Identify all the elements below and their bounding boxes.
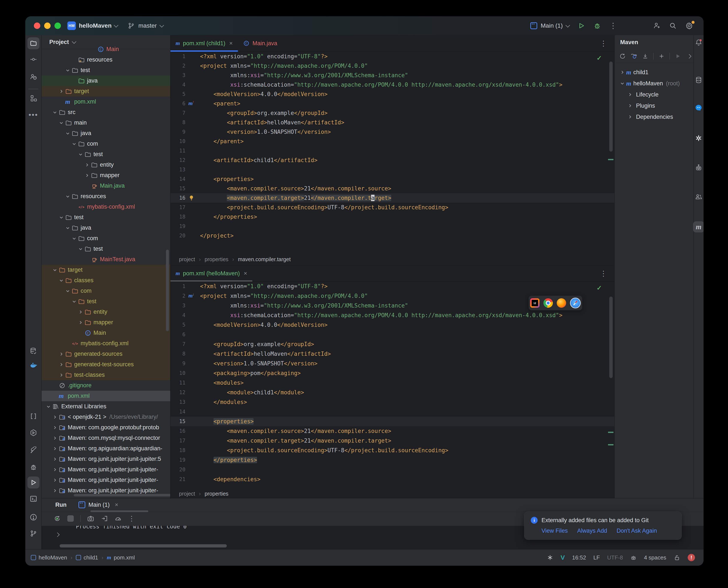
chevron-right-icon[interactable]	[77, 310, 84, 314]
docker-tool-button[interactable]	[29, 361, 38, 371]
project-tree-item-entity[interactable]: entity	[42, 160, 170, 170]
project-name-menu[interactable]: helloMaven	[79, 22, 111, 29]
project-tree-item-pom-xml[interactable]: mpom.xml	[42, 97, 170, 107]
terminal-tool-button[interactable]	[29, 495, 37, 504]
code-line-17[interactable]: 17 <project.build.sourceEncoding>UTF-8</…	[170, 203, 614, 212]
code-line-16[interactable]: 16 <maven.compiler.target>21</maven.comp…	[170, 193, 614, 203]
breadcrumb-item[interactable]: properties	[205, 491, 228, 497]
project-tree-item-mapper[interactable]: mapper	[42, 170, 170, 181]
thread-dump-icon[interactable]	[101, 515, 108, 522]
run-tool-button[interactable]	[27, 477, 39, 488]
code-line-10[interactable]: 10 <packaging>pom</packaging>	[170, 369, 614, 378]
maven-tree-item-lifecycle[interactable]: Lifecycle	[615, 89, 693, 100]
chevron-right-icon[interactable]	[51, 415, 59, 419]
commit-tool-button[interactable]	[30, 56, 37, 64]
breadcrumb-item[interactable]: project	[179, 256, 195, 262]
chevron-right-icon[interactable]	[58, 362, 65, 367]
debug-button[interactable]	[593, 22, 601, 29]
code-line-9[interactable]: 9 <version>1.0-SNAPSHOT</version>	[170, 127, 614, 136]
chevron-down-icon[interactable]	[64, 194, 71, 199]
code-line-7[interactable]: 7 <groupId>org.example</groupId>	[170, 339, 614, 349]
code-line-1[interactable]: 1<?xml version="1.0" encoding="UTF-8"?>	[170, 281, 614, 291]
chevron-down-icon[interactable]	[77, 247, 84, 251]
project-tool-button[interactable]	[27, 37, 39, 49]
chevron-right-icon[interactable]	[51, 446, 59, 451]
code-line-19[interactable]: 19	[170, 222, 614, 231]
run-tab-main[interactable]: Main (1) ×	[79, 501, 118, 508]
editor-options-kebab[interactable]: ⋮	[600, 39, 607, 48]
maven-download-sources-icon[interactable]	[642, 53, 648, 59]
safari-icon[interactable]	[570, 298, 581, 308]
chevron-right-icon[interactable]	[51, 436, 59, 440]
bulb-gutter-icon[interactable]	[186, 193, 197, 203]
problems-tool-button[interactable]	[29, 513, 37, 522]
code-line-2[interactable]: 2<project xmlns="http://maven.apache.org…	[170, 61, 614, 70]
project-scrollbar-vertical[interactable]	[166, 250, 169, 331]
chevron-down-icon[interactable]	[64, 131, 71, 136]
project-tree-item-mybatis-config-xml[interactable]: </>mybatis-config.xml	[42, 338, 170, 349]
project-tree-item-maven-org-junit-jupiter-junit-jupiter-5[interactable]: Maven: org.junit.jupiter:junit-jupiter:5	[42, 454, 170, 464]
inspections-ok-icon[interactable]: ✓	[597, 54, 602, 62]
search-icon[interactable]	[669, 22, 677, 30]
code-line-11[interactable]: 11	[170, 146, 614, 155]
code-line-20[interactable]: 20</project>	[170, 231, 614, 240]
tab-pom-xml-child1-[interactable]: mpom.xml (child1)×	[170, 35, 238, 51]
firefox-icon[interactable]	[557, 298, 566, 308]
ai-chat-icon[interactable]	[694, 104, 703, 113]
error-indicator-badge[interactable]: !	[688, 554, 695, 561]
build-tool-button[interactable]	[29, 446, 37, 455]
chevron-down-icon[interactable]	[70, 236, 78, 241]
chevron-down-icon[interactable]	[51, 110, 59, 115]
project-tree-item-test[interactable]: test	[42, 244, 170, 254]
project-tree-item-maven-org-apiguardian-apiguardian-[interactable]: Maven: org.apiguardian:apiguardian-	[42, 443, 170, 454]
project-tree-item-test[interactable]: test	[42, 296, 170, 307]
notifications-bell-icon[interactable]	[695, 39, 702, 47]
maven-tree-item-child1[interactable]: mchild1	[615, 67, 693, 78]
more-actions-kebab[interactable]: ⋮	[609, 21, 617, 30]
stop-button[interactable]	[67, 515, 74, 522]
editor-options-kebab[interactable]: ⋮	[600, 269, 607, 278]
code-line-15[interactable]: 15 <properties>	[170, 417, 614, 426]
breadcrumb-item[interactable]: project	[179, 491, 195, 497]
project-tree-item-mybatis-config-xml[interactable]: </>mybatis-config.xml	[42, 202, 170, 212]
more-tools-button[interactable]: •••	[28, 111, 38, 119]
code-line-13[interactable]: 13 </modules>	[170, 397, 614, 407]
console-fold-chevron[interactable]	[55, 532, 60, 537]
structure-tool-button[interactable]	[30, 94, 37, 103]
code-line-18[interactable]: 18 <project.build.sourceEncoding>UTF-8</…	[170, 446, 614, 455]
profiler-gauge-icon[interactable]	[114, 515, 122, 522]
chevron-down-icon[interactable]	[70, 299, 78, 304]
maven-add-icon[interactable]	[658, 53, 665, 59]
notification-action-don-t-ask-again[interactable]: Don't Ask Again	[617, 527, 657, 534]
code-line-17[interactable]: 17 <maven.compiler.target>21</maven.comp…	[170, 436, 614, 446]
project-tree-item-maintest-java[interactable]: MainTest.java	[42, 254, 170, 265]
project-tree-item-entity[interactable]: entity	[42, 307, 170, 317]
vcs-widget[interactable]: master	[128, 22, 163, 29]
codegpt-robot-icon[interactable]	[695, 164, 703, 172]
chevron-icon[interactable]	[626, 103, 634, 108]
chevron-right-icon[interactable]	[51, 425, 59, 430]
project-tree-item-java[interactable]: java	[42, 128, 170, 139]
time-widget[interactable]: 16:52	[572, 554, 586, 561]
code-line-14[interactable]: 14	[170, 407, 614, 417]
code-line-6[interactable]: 6	[170, 330, 614, 339]
code-line-5[interactable]: 5 <modelVersion>4.0.0</modelVersion>	[170, 89, 614, 99]
close-icon[interactable]: ×	[115, 501, 118, 508]
zoom-window-button[interactable]	[55, 22, 61, 29]
project-tree-item--openjdk-21-[interactable]: < openjdk-21 >/Users/eve/Library/	[42, 412, 170, 422]
minimize-window-button[interactable]	[44, 22, 50, 29]
code-line-14[interactable]: 14 <properties>	[170, 174, 614, 184]
project-tree-item-test-classes[interactable]: test-classes	[42, 370, 170, 380]
project-tree-item-mapper[interactable]: mapper	[42, 317, 170, 328]
code-line-6[interactable]: 6m↑ <parent>	[170, 99, 614, 108]
close-tab-icon[interactable]: ×	[229, 40, 233, 47]
notification-action-always-add[interactable]: Always Add	[577, 527, 607, 534]
add-user-icon[interactable]	[652, 22, 661, 30]
intellij-preview-icon[interactable]: IJ	[530, 298, 540, 308]
rerun-button[interactable]	[53, 515, 61, 522]
code-line-8[interactable]: 8 <artifactId>helloMaven</artifactId>	[170, 349, 614, 359]
notification-action-view-files[interactable]: View Files	[541, 527, 568, 534]
code-line-12[interactable]: 12 <artifactId>child1</artifactId>	[170, 155, 614, 165]
project-tree-item-maven-org-junit-jupiter-junit-jupiter-[interactable]: Maven: org.junit.jupiter:junit-jupiter-	[42, 464, 170, 475]
chevron-down-icon[interactable]	[58, 121, 65, 125]
